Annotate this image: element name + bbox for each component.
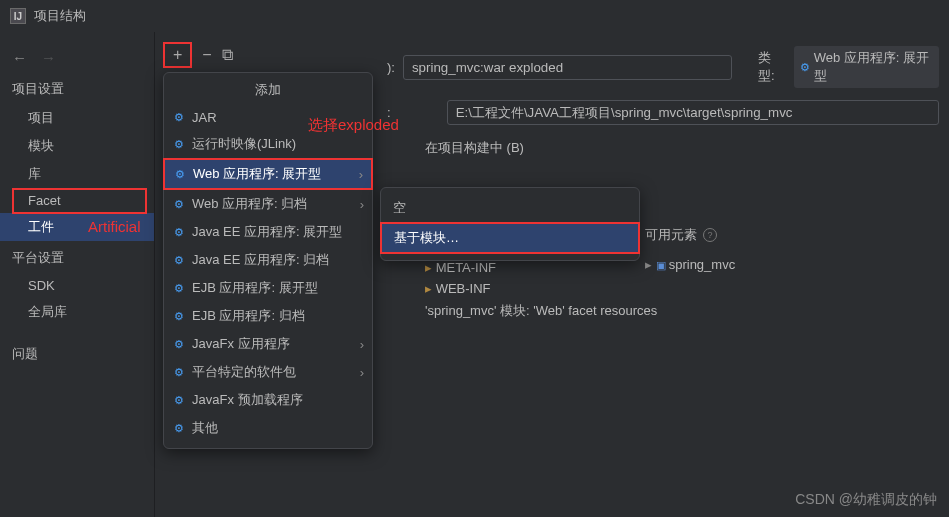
sidebar-item-problems[interactable]: 问题: [0, 340, 154, 368]
tree-facet-resources[interactable]: 'spring_mvc' 模块: 'Web' facet resources: [425, 299, 939, 323]
gear-icon: ⚙: [175, 168, 185, 181]
tree-web-inf[interactable]: ▸ WEB-INF: [425, 278, 939, 299]
gear-icon: ⚙: [174, 338, 184, 351]
popup-item-web-archive[interactable]: ⚙Web 应用程序: 归档›: [164, 190, 372, 218]
group-project-settings: 项目设置: [0, 72, 154, 104]
name-label: ):: [387, 60, 395, 75]
window-title: 项目结构: [34, 7, 86, 25]
type-badge[interactable]: ⚙ Web 应用程序: 展开型: [794, 46, 939, 88]
sidebar-item-facet[interactable]: Facet: [0, 188, 154, 213]
annotation-exploded: 选择exploded: [308, 116, 399, 135]
app-icon: IJ: [10, 8, 26, 24]
folder-icon: ▸: [425, 281, 436, 296]
annotation-artificial: Artificial: [88, 218, 141, 235]
popup-item-javafx[interactable]: ⚙JavaFx 应用程序›: [164, 330, 372, 358]
path-input[interactable]: [447, 100, 939, 125]
gear-icon: ⚙: [174, 394, 184, 407]
gear-icon: ⚙: [174, 310, 184, 323]
help-icon[interactable]: ?: [703, 228, 717, 242]
available-item[interactable]: ▸ ▣ spring_mvc: [645, 254, 735, 275]
titlebar: IJ 项目结构: [0, 0, 949, 32]
available-header: 可用元素: [645, 226, 697, 244]
popup-item-javaee-archive[interactable]: ⚙Java EE 应用程序: 归档: [164, 246, 372, 274]
watermark: CSDN @幼稚调皮的钟: [795, 491, 937, 509]
remove-button[interactable]: −: [202, 46, 211, 64]
forward-icon[interactable]: →: [41, 49, 56, 66]
type-label: 类型:: [758, 49, 786, 85]
gear-icon: ⚙: [174, 254, 184, 267]
type-value: Web 应用程序: 展开型: [814, 49, 933, 85]
sidebar: ← → 项目设置 项目 模块 库 Facet 工件 平台设置 SDK 全局库 问…: [0, 32, 155, 517]
popup-item-web-exploded[interactable]: ⚙Web 应用程序: 展开型›: [163, 158, 373, 190]
copy-button[interactable]: ⧉: [222, 46, 233, 64]
sidebar-item-global-libs[interactable]: 全局库: [0, 298, 154, 326]
content-area: + − ⧉ ): 类型: ⚙ Web 应用程序: 展开型 : 在项目构建中 (B…: [155, 32, 949, 517]
gear-icon: ⚙: [174, 111, 184, 124]
build-hint: 在项目构建中 (B): [425, 137, 939, 159]
gear-icon: ⚙: [174, 422, 184, 435]
add-button[interactable]: +: [163, 42, 192, 68]
back-icon[interactable]: ←: [12, 49, 27, 66]
sidebar-item-sdk[interactable]: SDK: [0, 273, 154, 298]
gear-icon: ⚙: [174, 138, 184, 151]
chevron-right-icon: ›: [360, 197, 364, 212]
submenu: 空 基于模块…: [380, 187, 640, 261]
chevron-right-icon: ›: [360, 365, 364, 380]
popup-item-platform[interactable]: ⚙平台特定的软件包›: [164, 358, 372, 386]
submenu-item-empty[interactable]: 空: [381, 194, 639, 222]
chevron-right-icon: ›: [359, 167, 363, 182]
popup-item-javafx-preloader[interactable]: ⚙JavaFx 预加载程序: [164, 386, 372, 414]
gear-icon: ⚙: [800, 61, 810, 74]
module-icon: ▣: [656, 259, 669, 271]
sidebar-item-modules[interactable]: 模块: [0, 132, 154, 160]
gear-icon: ⚙: [174, 198, 184, 211]
popup-item-other[interactable]: ⚙其他: [164, 414, 372, 442]
sidebar-item-libraries[interactable]: 库: [0, 160, 154, 188]
submenu-item-from-module[interactable]: 基于模块…: [380, 222, 640, 254]
folder-icon: ▸: [425, 260, 436, 275]
gear-icon: ⚙: [174, 226, 184, 239]
name-input[interactable]: [403, 55, 732, 80]
popup-item-ejb-archive[interactable]: ⚙EJB 应用程序: 归档: [164, 302, 372, 330]
popup-title: 添加: [164, 73, 372, 105]
gear-icon: ⚙: [174, 366, 184, 379]
gear-icon: ⚙: [174, 282, 184, 295]
group-platform-settings: 平台设置: [0, 241, 154, 273]
popup-item-ejb-exploded[interactable]: ⚙EJB 应用程序: 展开型: [164, 274, 372, 302]
popup-item-javaee-exploded[interactable]: ⚙Java EE 应用程序: 展开型: [164, 218, 372, 246]
chevron-right-icon: ›: [360, 337, 364, 352]
sidebar-item-project[interactable]: 项目: [0, 104, 154, 132]
